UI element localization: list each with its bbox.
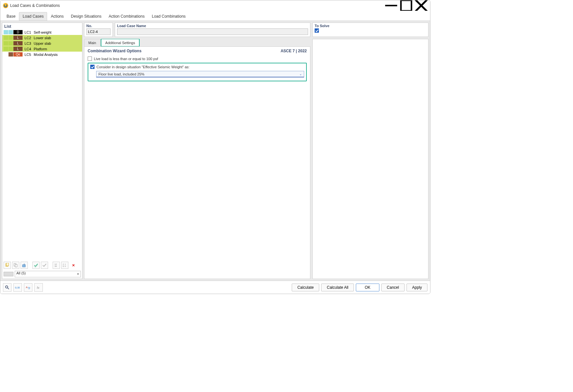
option-live-load-row: Live load is less than or equal to 100 p… — [88, 57, 307, 61]
window-title: Load Cases & Combinations — [10, 3, 384, 8]
close-button[interactable] — [414, 0, 429, 11]
tab-design-situations[interactable]: Design Situations — [67, 12, 105, 21]
case-name: Platform — [34, 47, 82, 51]
category-swatch — [4, 47, 8, 51]
svg-point-15 — [6, 286, 8, 288]
renumber-icon[interactable]: 1234 — [53, 262, 60, 269]
tab-content: Combination Wizard Options ASCE 7 | 2022… — [84, 46, 310, 279]
list-toolbar: 1234 2816 ✕ — [2, 260, 82, 270]
calculate-button[interactable]: Calculate — [292, 284, 319, 291]
select-all-icon[interactable] — [32, 262, 40, 269]
svg-text:字: 字 — [28, 287, 30, 290]
list-item[interactable]: LLC3Upper slab — [2, 41, 82, 46]
svg-text:6: 6 — [65, 265, 66, 267]
app-icon — [3, 3, 8, 8]
svg-text:2: 2 — [63, 263, 64, 265]
svg-rect-5 — [6, 263, 9, 266]
svg-text:34: 34 — [55, 265, 57, 267]
header-fields: No. Load Case Name To Solve — [84, 23, 428, 37]
tab-main[interactable]: Main — [84, 39, 100, 46]
action-badge: Qe — [13, 52, 23, 57]
no-field: No. — [84, 23, 113, 37]
ok-button[interactable]: OK — [356, 284, 379, 291]
list-header: List — [2, 23, 82, 29]
calculate-all-button[interactable]: Calculate All — [321, 284, 354, 291]
category-swatch — [4, 52, 8, 57]
svg-text:8: 8 — [63, 265, 64, 267]
svg-line-16 — [8, 287, 9, 289]
cancel-button[interactable]: Cancel — [381, 284, 405, 291]
maximize-button[interactable] — [399, 0, 414, 11]
list-item[interactable]: DLC1Self-weight — [2, 29, 82, 35]
category-swatch — [9, 52, 13, 57]
category-swatch — [4, 30, 8, 34]
tab-base[interactable]: Base — [3, 12, 19, 21]
svg-rect-7 — [15, 264, 17, 267]
new-icon[interactable] — [4, 262, 11, 269]
action-badge: L — [13, 47, 23, 51]
dialog-body: List DLC1Self-weightLLC2Lower slabLLC3Up… — [0, 21, 430, 281]
tab-action-combos[interactable]: Action Combinations — [105, 12, 148, 21]
consider-esw-checkbox[interactable] — [90, 65, 95, 69]
list-item[interactable]: QeLC5Modal Analysis — [2, 52, 82, 57]
category-swatch — [4, 36, 8, 40]
category-swatch — [9, 30, 13, 34]
case-name: Self-weight — [34, 30, 82, 34]
no-input[interactable] — [86, 28, 111, 35]
language-icon[interactable]: A字 — [24, 283, 32, 292]
delete-icon[interactable]: ✕ — [70, 262, 77, 269]
category-swatch — [9, 47, 13, 51]
list-item[interactable]: LLC2Lower slab — [2, 35, 82, 41]
filter-select[interactable]: All (5) — [15, 271, 81, 277]
import-icon[interactable] — [21, 262, 28, 269]
tab-load-cases[interactable]: Load Cases — [19, 12, 47, 21]
tab-load-combos[interactable]: Load Combinations — [148, 12, 189, 21]
tab-additional[interactable]: Additional Settings — [101, 39, 139, 46]
search-icon[interactable] — [3, 283, 11, 292]
copy-icon[interactable] — [12, 262, 19, 269]
list-item[interactable]: LLC4Platform — [2, 46, 82, 52]
solve-label: To Solve — [315, 24, 426, 28]
solve-checkbox[interactable] — [315, 28, 319, 33]
case-name: Modal Analysis — [34, 53, 82, 57]
footer: 0,00 A字 fx Calculate Calculate All OK Ca… — [0, 281, 430, 294]
apply-button[interactable]: Apply — [407, 284, 427, 291]
category-swatch — [4, 41, 8, 45]
load-case-list[interactable]: DLC1Self-weightLLC2Lower slabLLC3Upper s… — [2, 29, 82, 260]
live-load-checkbox[interactable] — [88, 57, 92, 61]
case-code: LC1 — [25, 30, 33, 34]
category-swatch — [9, 36, 13, 40]
sort-icon[interactable]: 2816 — [61, 262, 68, 269]
deselect-all-icon[interactable] — [41, 262, 48, 269]
name-input[interactable] — [117, 28, 308, 35]
filter-select-value: All (5) — [16, 271, 26, 275]
esw-highlight-box: Consider in design situation "Effective … — [88, 63, 307, 81]
titlebar: Load Cases & Combinations — [0, 0, 430, 11]
category-swatch — [9, 41, 13, 45]
tab-actions[interactable]: Actions — [47, 12, 67, 21]
dialog-window: Load Cases & Combinations Base Load Case… — [0, 0, 430, 294]
action-badge: L — [13, 41, 23, 45]
live-load-label: Live load is less than or equal to 100 p… — [94, 57, 158, 61]
list-filter-row: All (5) — [2, 270, 82, 279]
svg-text:fx: fx — [37, 286, 40, 289]
consider-esw-label: Consider in design situation "Effective … — [96, 65, 189, 69]
minimize-button[interactable] — [384, 0, 399, 11]
case-code: LC2 — [25, 36, 33, 40]
svg-text:0,: 0, — [15, 286, 17, 289]
right-empty-panel — [312, 39, 428, 279]
details-row: Main Additional Settings Combination Wiz… — [84, 39, 428, 279]
case-code: LC5 — [25, 53, 33, 57]
action-badge: L — [13, 36, 23, 40]
case-name: Upper slab — [34, 41, 82, 45]
inner-tabs: Main Additional Settings — [84, 39, 310, 46]
case-name: Lower slab — [34, 36, 82, 40]
formula-icon[interactable]: fx — [34, 283, 43, 292]
esw-dropdown-value: Floor live load, included 25% — [98, 72, 145, 76]
name-field: Load Case Name — [115, 23, 310, 37]
list-panel: List DLC1Self-weightLLC2Lower slabLLC3Up… — [2, 23, 82, 279]
units-icon[interactable]: 0,00 — [13, 283, 22, 292]
svg-text:1: 1 — [65, 263, 66, 265]
esw-dropdown[interactable]: Floor live load, included 25% ⌄ — [96, 71, 304, 77]
content-column: Main Additional Settings Combination Wiz… — [84, 39, 310, 279]
